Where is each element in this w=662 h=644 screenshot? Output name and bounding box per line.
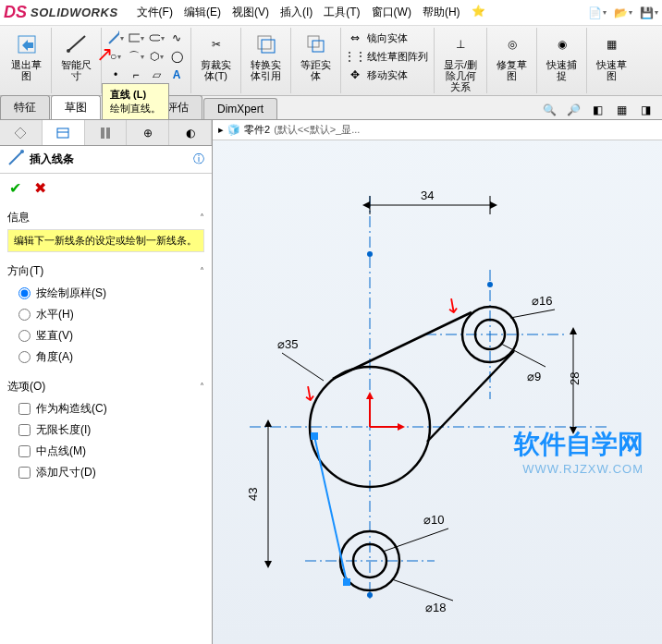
cancel-button[interactable]: ✖ [34,179,46,197]
menu-insert[interactable]: 插入(I) [276,3,316,22]
svg-point-56 [367,592,373,598]
exit-sketch-button[interactable]: 退出草 图 [7,30,45,83]
new-icon[interactable]: 📄▾ [588,4,607,22]
linear-pattern-label[interactable]: 线性草图阵列 [367,50,428,64]
ellipse-icon[interactable]: ◯ [168,48,185,65]
panel-tab-config[interactable] [85,120,128,145]
radio-vertical[interactable]: 竖直(V) [7,325,204,346]
svg-point-1 [67,49,70,53]
appearance-icon[interactable]: ◨ [636,101,655,119]
menu-edit[interactable]: 编辑(E) [180,3,225,22]
panel-tab-feature[interactable] [0,120,43,145]
spline-icon[interactable]: ∿ [168,30,185,46]
check-midpoint[interactable]: 中点线(M) [7,441,204,462]
direction-header[interactable]: 方向(T)˄ [7,260,204,283]
text-icon[interactable]: A [168,67,185,83]
svg-rect-28 [343,578,350,586]
radio-horizontal[interactable]: 水平(H) [7,304,204,325]
ribbon-rapid: ▦ 快速草 图 [587,28,636,93]
radio-by-sketch[interactable]: 按绘制原样(S) [7,283,204,304]
display-icon[interactable]: ▦ [612,101,631,119]
zoom-icon[interactable]: 🔎 [564,101,582,119]
menu-star-icon[interactable]: ⭐ [468,3,489,22]
fillet-icon[interactable]: ⌐ [128,67,144,83]
menu-file[interactable]: 文件(F) [133,3,177,22]
watermark: 软件自学网 WWW.RJZXW.COM [514,427,644,476]
menu-bar: 文件(F) 编辑(E) 视图(V) 插入(I) 工具(T) 窗口(W) 帮助(H… [133,3,489,22]
sketch-drawing: 34 28 43 ⌀35 ⌀16 ⌀9 ⌀10 ⌀18 ↘ ↘ 软件自学网 [213,140,662,644]
view-toolbar: 🔍 🔎 ◧ ▦ ◨ [533,101,662,119]
svg-text:⌀35: ⌀35 [277,337,298,351]
graphics-viewport[interactable]: ▸ 🧊 零件2 (默认<<默认>_显... [213,120,662,644]
radio-angle[interactable]: 角度(A) [7,346,204,368]
trim-button[interactable]: ✂ 剪裁实 体(T) [197,30,235,83]
linear-pattern-icon[interactable]: ⋮⋮ [347,48,363,65]
menu-help[interactable]: 帮助(H) [419,3,464,22]
panel-tab-display[interactable]: ◐ [169,120,212,145]
plane-icon[interactable]: ▱ [148,67,165,83]
tab-sketch[interactable]: 草图 [51,95,101,119]
menu-tools[interactable]: 工具(T) [320,3,363,22]
dim-34: 34 [421,188,434,202]
quick-snap-button[interactable]: ◉ 快速捕 捉 [543,30,581,83]
polygon-icon[interactable]: ⬡▾ [148,48,165,65]
arc-icon[interactable]: ⌒▾ [128,48,144,65]
show-relations-button[interactable]: ⊥ 显示/删 除几何 关系 [440,30,481,94]
panel-actions: ✔ ✖ [0,174,212,202]
circle-icon[interactable]: ○▾ [107,48,124,65]
open-icon[interactable]: 📂▾ [614,4,632,22]
tooltip-title: 直线 (L) [110,88,161,102]
check-infinite[interactable]: 无限长度(I) [7,419,204,441]
ribbon-sketch-tools: ▾ ▾ ▾ ∿ ○▾ ⌒▾ ⬡▾ ◯ • ⌐ ▱ A 直线 (L) 绘制直线。 [102,28,191,93]
tab-features[interactable]: 特征 [0,95,50,119]
convert-button[interactable]: 转换实 体引用 [247,30,285,83]
move-label[interactable]: 移动实体 [367,68,408,82]
panel-tab-dimx[interactable]: ⊕ [127,120,169,145]
offset-button[interactable]: 等距实 体 [297,30,335,83]
section-icon[interactable]: ◧ [588,101,607,119]
part-icon: 🧊 [227,124,240,136]
svg-marker-30 [398,423,405,431]
svg-rect-8 [313,41,324,52]
svg-marker-42 [264,419,272,427]
direction-section: 方向(T)˄ 按绘制原样(S) 水平(H) 竖直(V) 角度(A) [0,256,212,371]
svg-marker-35 [490,201,497,209]
rapid-sketch-button[interactable]: ▦ 快速草 图 [593,30,631,83]
smart-dimension-button[interactable]: 智能尺 寸 [57,30,95,83]
menu-window[interactable]: 窗口(W) [368,3,415,22]
check-construction[interactable]: 作为构造线(C) [7,398,204,419]
mirror-label[interactable]: 镜向实体 [367,31,408,45]
panel-tab-property[interactable] [43,120,85,145]
main-area: ⊕ ◐ 插入线条 ⓘ ✔ ✖ 信息˄ 编辑下一新线条的设定或绘制一新线条。 方向… [0,120,662,644]
search-icon[interactable]: 🔍 [540,101,558,119]
ribbon-repair: ◎ 修复草 图 [487,28,537,93]
save-icon[interactable]: 💾▾ [640,4,658,22]
ok-button[interactable]: ✔ [9,179,21,197]
ribbon-offset: 等距实 体 [291,28,341,93]
dim-28: 28 [568,372,582,385]
slot-icon[interactable]: ▾ [148,30,165,46]
info-header[interactable]: 信息˄ [7,206,204,229]
ribbon-relations: ⊥ 显示/删 除几何 关系 [435,28,487,93]
repair-button[interactable]: ◎ 修复草 图 [493,30,531,83]
app-name: SOLIDWORKS [31,6,118,19]
rectangle-icon[interactable]: ▾ [128,30,144,46]
check-add-dim[interactable]: 添加尺寸(D) [7,462,204,483]
options-header[interactable]: 选项(O)˄ [7,375,204,398]
svg-marker-39 [570,327,577,334]
svg-line-24 [333,312,472,379]
rapid-icon: ▦ [599,31,625,57]
title-bar: DS SOLIDWORKS 文件(F) 编辑(E) 视图(V) 插入(I) 工具… [0,0,662,26]
move-icon[interactable]: ✥ [347,67,363,83]
tab-dimxpert[interactable]: DimXpert [203,98,277,119]
watermark-line2: WWW.RJZXW.COM [514,462,644,476]
part-name[interactable]: 零件2 [244,123,270,137]
line-icon[interactable]: ▾ [107,30,124,46]
help-icon[interactable]: ⓘ [193,152,204,167]
svg-text:⌀10: ⌀10 [423,513,444,527]
mirror-icon[interactable]: ⇔ [347,30,363,46]
expand-icon[interactable]: ▸ [218,124,224,136]
point-icon[interactable]: • [107,67,124,83]
menu-view[interactable]: 视图(V) [228,3,273,22]
svg-rect-6 [262,40,275,53]
